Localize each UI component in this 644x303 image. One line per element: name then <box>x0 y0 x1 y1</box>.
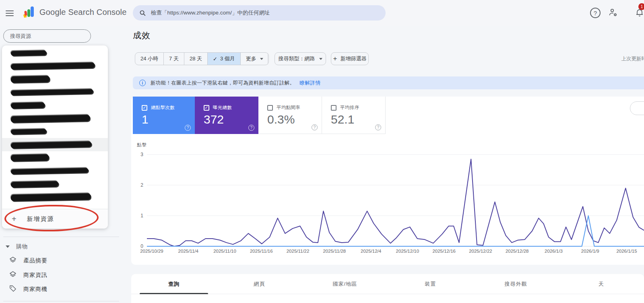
property-dropdown-panel: + 新增資源 <box>2 45 108 229</box>
export-button-fragment[interactable] <box>630 101 644 115</box>
url-inspection-search-bar[interactable]: 檢查「https://www.zhenpipe.com/」中的任何網址 <box>133 5 386 21</box>
metric-card-2[interactable]: ✓曝光總數372? <box>195 97 258 134</box>
x-tick-label: 2026/1/9 <box>581 249 599 254</box>
property-list-item[interactable] <box>2 138 108 151</box>
date-filter-24小時[interactable]: 24 小時 <box>135 53 164 65</box>
redacted-property-name <box>11 181 58 187</box>
metric-value: 1 <box>142 113 149 126</box>
property-list-item[interactable] <box>2 191 108 204</box>
unchecked-checkbox-icon[interactable] <box>267 105 273 111</box>
sidebar-item-label: 產品摘要 <box>23 257 47 264</box>
metric-value: 0.3% <box>267 113 295 126</box>
property-list-item[interactable] <box>2 151 108 165</box>
tab-裝置[interactable]: 裝置 <box>388 274 473 294</box>
property-list-item[interactable] <box>2 72 108 86</box>
layers-icon <box>9 256 17 266</box>
sidebar-item-1[interactable]: 產品摘要 <box>9 256 47 266</box>
help-icon[interactable]: ? <box>590 8 601 18</box>
app-logo[interactable]: Google Search Console <box>22 5 127 19</box>
metric-header: 平均排序 <box>331 105 359 111</box>
x-tick-label: 2025/12/16 <box>432 249 456 254</box>
x-tick-label: 2025/10/29 <box>140 249 163 254</box>
performance-line-chart <box>147 153 644 249</box>
menu-icon[interactable] <box>6 9 15 17</box>
unchecked-checkbox-icon[interactable] <box>331 105 336 111</box>
x-tick-label: 2025/11/10 <box>213 249 236 254</box>
help-icon[interactable]: ? <box>248 125 254 131</box>
date-filter-7天[interactable]: 7 天 <box>164 53 184 65</box>
dimension-tabs: 查詢網頁國家/地區裝置搜尋外觀天 <box>131 274 644 294</box>
plus-icon: + <box>333 55 337 63</box>
layers-icon <box>9 270 17 280</box>
sidebar-item-label: 商家資訊 <box>23 272 47 279</box>
property-list-item[interactable] <box>2 177 108 191</box>
y-tick-label: 0 <box>134 243 143 249</box>
date-filter-label: 3 個月 <box>220 55 235 62</box>
x-tick-label: 2026/1/3 <box>545 249 563 254</box>
metric-header: ✓曝光總數 <box>204 105 232 111</box>
learn-more-link[interactable]: 瞭解詳情 <box>299 80 320 87</box>
collapse-triangle-icon <box>6 245 10 248</box>
checked-checkbox-icon[interactable]: ✓ <box>142 105 147 111</box>
metric-card-3[interactable]: 平均點閱率0.3%? <box>258 97 322 134</box>
tab-天[interactable]: 天 <box>559 274 644 294</box>
metric-card-4[interactable]: 平均排序52.1? <box>322 97 386 134</box>
property-search-input[interactable] <box>3 29 91 43</box>
x-tick-label: 2025/11/22 <box>287 249 310 254</box>
search-icon <box>139 10 146 16</box>
filter-divider <box>268 53 268 64</box>
chart-y-axis-label: 點擊 <box>137 142 147 148</box>
y-tick-label: 3 <box>134 152 143 157</box>
sidebar-item-label: 商家商機 <box>23 286 47 293</box>
tab-查詢[interactable]: 查詢 <box>131 274 217 294</box>
checked-checkbox-icon[interactable]: ✓ <box>204 105 209 111</box>
property-list-item[interactable] <box>2 86 108 99</box>
series-line-曝光總數 <box>147 159 644 246</box>
redacted-property-name <box>11 89 93 95</box>
sidebar-section-shopping[interactable]: 購物 <box>6 243 28 250</box>
help-icon[interactable]: ? <box>312 124 318 130</box>
redacted-property-name <box>11 102 45 109</box>
property-list-item[interactable] <box>2 46 108 60</box>
tab-網頁[interactable]: 網頁 <box>217 274 302 294</box>
sidebar-item-2[interactable]: 商家資訊 <box>9 270 47 280</box>
date-filter-更多[interactable]: 更多 <box>241 53 268 65</box>
date-filter-3個月[interactable]: ✓3 個月 <box>208 53 241 65</box>
user-settings-icon[interactable] <box>608 8 618 18</box>
x-tick-label: 2025/11/4 <box>178 249 198 254</box>
help-icon[interactable]: ? <box>375 124 381 130</box>
property-list-item[interactable] <box>2 112 108 125</box>
google-search-console-app: Google Search Console 檢查「https://www.zhe… <box>0 0 644 303</box>
notification-count-badge: 1 <box>638 3 644 10</box>
metric-card-1[interactable]: ✓總點擊次數1? <box>133 97 195 134</box>
tab-國家/地區[interactable]: 國家/地區 <box>302 274 388 294</box>
metric-value: 52.1 <box>331 113 354 126</box>
dimension-tabs-card: 查詢網頁國家/地區裝置搜尋外觀天 <box>131 274 644 303</box>
last-updated-label: 上次更新時 <box>621 56 644 62</box>
sidebar-divider <box>3 237 119 237</box>
metric-label: 曝光總數 <box>213 105 232 111</box>
url-inspection-placeholder: 檢查「https://www.zhenpipe.com/」中的任何網址 <box>151 9 270 16</box>
help-icon[interactable]: ? <box>185 125 191 131</box>
x-tick-label: 2025/11/28 <box>323 249 346 254</box>
metric-label: 總點擊次數 <box>151 105 175 111</box>
date-filter-label: 24 小時 <box>140 55 158 62</box>
redacted-property-name <box>11 76 50 83</box>
x-tick-label: 2025/12/10 <box>396 249 419 254</box>
property-list-item[interactable] <box>2 60 108 73</box>
search-console-logo-icon <box>22 5 35 19</box>
date-filter-28天[interactable]: 28 天 <box>184 53 208 65</box>
search-type-filter-button[interactable]: 搜尋類型：網路 <box>275 52 326 65</box>
property-list-item[interactable] <box>2 99 108 112</box>
sidebar-item-3[interactable]: 商家商機 <box>9 284 47 294</box>
redacted-property-name <box>11 168 88 174</box>
tab-搜尋外觀[interactable]: 搜尋外觀 <box>473 274 558 294</box>
y-tick-label: 1 <box>134 213 143 218</box>
metric-value: 372 <box>204 113 224 126</box>
property-list-item[interactable] <box>2 125 108 138</box>
top-bar: Google Search Console 檢查「https://www.zhe… <box>0 0 644 26</box>
new-feature-banner: i 新功能！在圖表上按一下滑鼠右鍵，即可為資料新增自訂註解。 瞭解詳情 <box>133 76 644 89</box>
new-filter-button[interactable]: + 新增篩選器 <box>331 52 369 65</box>
property-list-item[interactable] <box>2 164 108 177</box>
add-property-button[interactable]: + 新增資源 <box>2 209 108 229</box>
